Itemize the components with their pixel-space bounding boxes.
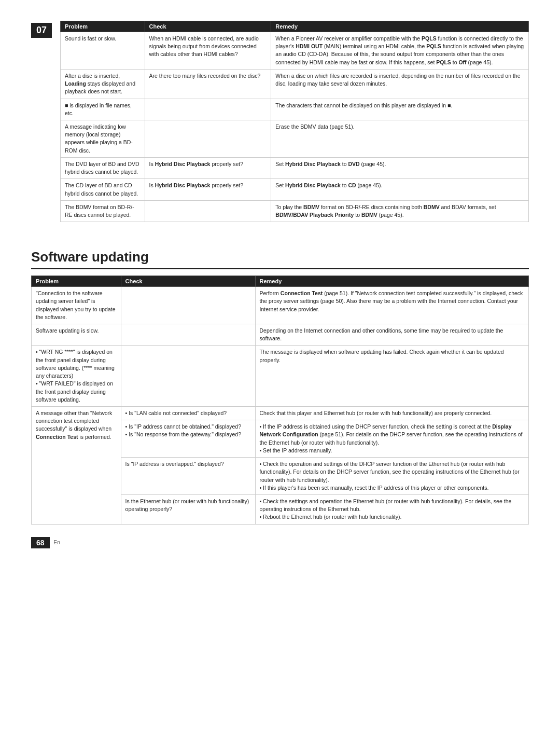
top-table-row: After a disc is inserted, Loading stays … [61,69,529,99]
problem-cell: The DVD layer of BD and DVD hybrid discs… [61,157,145,178]
top-table: Problem Check Remedy Sound is fast or sl… [60,21,529,222]
page-number: 68 [31,537,50,548]
top-table-container: Problem Check Remedy Sound is fast or sl… [60,21,529,235]
top-table-row: The BDMV format on BD-R/-RE discs cannot… [61,200,529,222]
col-check-header: Check [145,21,271,32]
remedy-cell: To play the BDMV format on BD-R/-RE disc… [271,200,529,222]
remedy-cell: Set Hybrid Disc Playback to DVD (page 45… [271,157,529,178]
check-cell: • Is "IP address cannot be obtained." di… [121,420,255,458]
remedy-cell: Set Hybrid Disc Playback to CD (page 45)… [271,179,529,200]
remedy-cell: When a disc on which files are recorded … [271,69,529,99]
top-table-row: A message indicating low memory (local s… [61,120,529,157]
bottom-table-row: • "WRT NG ****" is displayed on the fron… [32,346,529,407]
problem-cell: Software updating is slow. [32,324,121,346]
remedy-cell: Depending on the Internet connection and… [255,324,528,346]
bottom-table-row: A message other than "Network connection… [32,407,529,420]
remedy-cell: Check that this player and Ethernet hub … [255,407,528,420]
check-cell: Is Hybrid Disc Playback properly set? [145,157,271,178]
col-remedy-header-2: Remedy [255,276,528,287]
problem-cell: After a disc is inserted, Loading stays … [61,69,145,99]
top-table-header-row: Problem Check Remedy [61,21,529,32]
language-label: En [54,540,60,545]
bottom-table: Problem Check Remedy "Connection to the … [31,276,529,524]
col-problem-header: Problem [61,21,145,32]
check-cell: Is "IP address is overlapped." displayed… [121,458,255,495]
remedy-cell: • Check the operation and settings of th… [255,458,528,495]
check-cell [145,99,271,120]
chapter-number-col: 07 [31,21,60,38]
remedy-cell: When a Pioneer AV receiver or amplifier … [271,32,529,70]
problem-cell: A message indicating low memory (local s… [61,120,145,157]
top-table-row: ■ is displayed in file names, etc.The ch… [61,99,529,120]
check-cell: • Is "LAN cable not connected" displayed… [121,407,255,420]
chapter-number: 07 [31,23,52,38]
chapter-section: 07 Problem Check Remedy Sound is fast or… [31,21,529,235]
problem-cell: "Connection to the software updating ser… [32,287,121,324]
software-updating-title: Software updating [31,249,529,269]
check-cell [145,200,271,222]
check-cell [121,324,255,346]
problem-cell: A message other than "Network connection… [32,407,121,525]
top-table-row: The DVD layer of BD and DVD hybrid discs… [61,157,529,178]
bottom-bar: 68 En [31,537,529,548]
check-cell: When an HDMI cable is connected, are aud… [145,32,271,70]
problem-cell: The BDMV format on BD-R/-RE discs cannot… [61,200,145,222]
check-cell: Are there too many files recorded on the… [145,69,271,99]
remedy-cell: • Check the settings and operation the E… [255,494,528,524]
remedy-cell: The characters that cannot be displayed … [271,99,529,120]
problem-cell: Sound is fast or slow. [61,32,145,70]
col-check-header-2: Check [121,276,255,287]
top-table-row: Sound is fast or slow.When an HDMI cable… [61,32,529,70]
check-cell: Is Hybrid Disc Playback properly set? [145,179,271,200]
remedy-cell: The message is displayed when software u… [255,346,528,407]
remedy-cell: • If the IP address is obtained using th… [255,420,528,458]
problem-cell: The CD layer of BD and CD hybrid discs c… [61,179,145,200]
bottom-table-row: Software updating is slow.Depending on t… [32,324,529,346]
bottom-table-row: "Connection to the software updating ser… [32,287,529,324]
check-cell [121,346,255,407]
check-cell: Is the Ethernet hub (or router with hub … [121,494,255,524]
check-cell [121,287,255,324]
col-problem-header-2: Problem [32,276,121,287]
top-table-row: The CD layer of BD and CD hybrid discs c… [61,179,529,200]
remedy-cell: Perform Connection Test (page 51). If "N… [255,287,528,324]
problem-cell: ■ is displayed in file names, etc. [61,99,145,120]
check-cell [145,120,271,157]
bottom-table-header-row: Problem Check Remedy [32,276,529,287]
col-remedy-header: Remedy [271,21,529,32]
problem-cell: • "WRT NG ****" is displayed on the fron… [32,346,121,407]
remedy-cell: Erase the BDMV data (page 51). [271,120,529,157]
